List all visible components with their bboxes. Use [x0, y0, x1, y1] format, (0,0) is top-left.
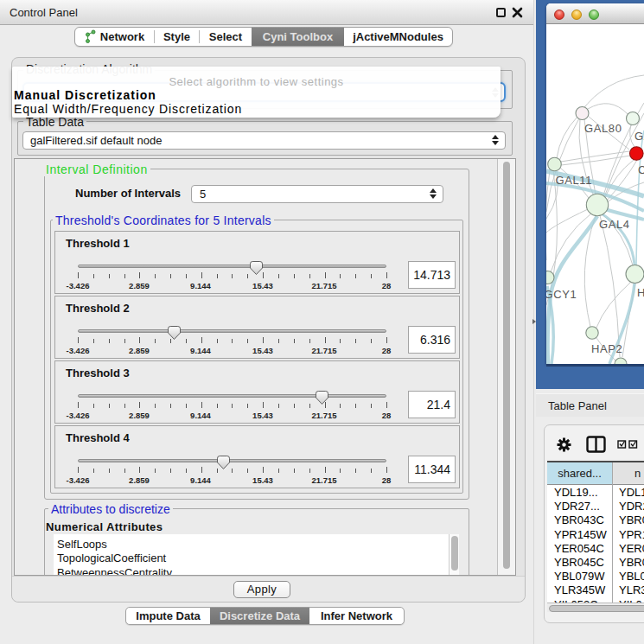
- svg-text:HAP2: HAP2: [591, 342, 622, 355]
- svg-text:GAL11: GAL11: [556, 174, 593, 187]
- svg-text:H: H: [637, 286, 644, 299]
- svg-text:GAL80: GAL80: [584, 122, 622, 135]
- svg-text:GA: GA: [634, 130, 644, 143]
- svg-text:C: C: [638, 163, 644, 176]
- svg-text:GAL4: GAL4: [599, 218, 630, 231]
- svg-text:GCY1: GCY1: [546, 288, 577, 301]
